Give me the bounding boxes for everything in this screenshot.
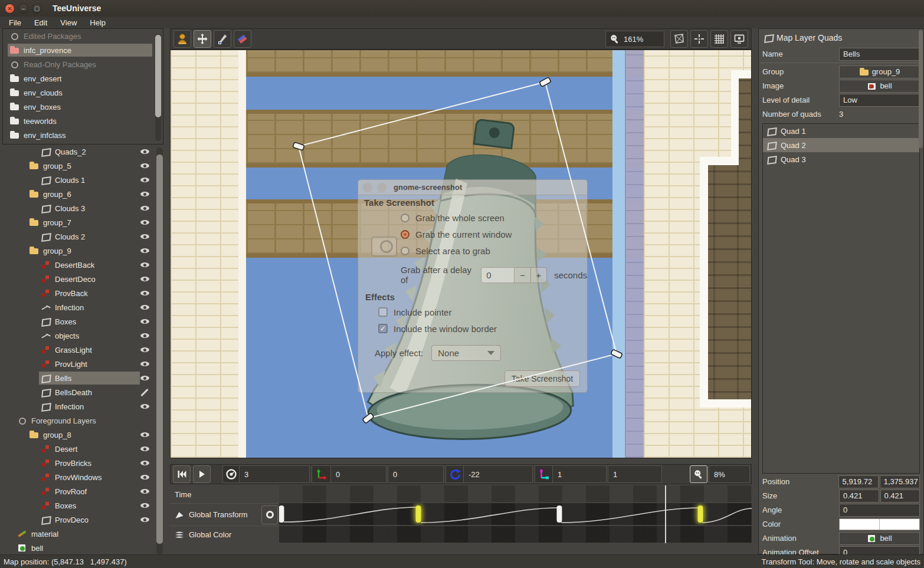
scale-x-field[interactable]: 1 (552, 465, 607, 483)
layer-row[interactable]: DesertBack (0, 258, 168, 272)
zoom-level-field[interactable]: 161% (605, 31, 664, 47)
scale-y-field[interactable]: 1 (608, 465, 662, 483)
package-item[interactable]: Read-Only Packages (3, 57, 163, 71)
visibility-eye-icon[interactable] (140, 501, 150, 510)
rotation-field[interactable]: -22 (463, 465, 533, 483)
layer-row[interactable]: ProvBack (0, 286, 168, 300)
timeline-zoom-field[interactable]: 8% (709, 465, 750, 483)
maximize-button[interactable]: ▢ (32, 4, 42, 14)
layer-row[interactable]: objects (0, 329, 168, 343)
keyframe[interactable] (416, 505, 421, 523)
radio-icon[interactable] (401, 214, 409, 222)
visibility-eye-icon[interactable] (140, 288, 150, 298)
visibility-eye-icon[interactable] (140, 458, 150, 468)
layer-row[interactable]: Desert (0, 442, 168, 456)
layer-row[interactable]: ProvDeco (0, 513, 168, 527)
keyframe[interactable] (698, 505, 703, 523)
visibility-eye-icon[interactable] (140, 388, 150, 397)
timeline-playhead[interactable] (665, 485, 666, 543)
layer-row[interactable]: Clouds 3 (0, 201, 168, 215)
visibility-eye-icon[interactable] (140, 303, 150, 312)
visibility-eye-icon[interactable] (140, 402, 150, 411)
dialog-radio-option[interactable]: Select area to grab (401, 242, 512, 259)
quad-color-swatch[interactable] (839, 518, 920, 530)
radio-icon[interactable] (401, 230, 409, 239)
visibility-eye-icon[interactable] (140, 430, 150, 439)
map-canvas[interactable]: gnome-screenshot Take Screenshot Grab th… (170, 50, 752, 458)
visibility-eye-icon[interactable] (140, 246, 150, 255)
transform-track-button[interactable] (261, 505, 278, 524)
layer-row[interactable]: ProvRoof (0, 484, 168, 498)
grid-button[interactable] (710, 30, 728, 48)
visibility-eye-icon[interactable] (140, 345, 150, 354)
quad-list-item[interactable]: Quad 3 (763, 152, 919, 166)
layer-row[interactable]: Infection (0, 300, 168, 314)
visibility-eye-icon[interactable] (140, 189, 150, 199)
eraser-tool-button[interactable] (234, 30, 251, 48)
transform-tool-button[interactable] (194, 30, 211, 48)
package-item[interactable]: env_desert (3, 71, 163, 86)
position-y-field[interactable]: 0 (388, 465, 444, 483)
visibility-eye-icon[interactable] (140, 444, 150, 454)
dialog-checkbox-option[interactable]: ✓ Include the window border (378, 320, 497, 337)
layer-row[interactable]: ProvLight (0, 357, 168, 371)
quad-size-x-field[interactable]: 0.421 (839, 490, 879, 503)
quad-position-y-field[interactable]: 1,375.937 (880, 475, 920, 488)
package-item[interactable]: teeworlds (3, 114, 163, 128)
layer-row[interactable]: Bells (0, 371, 168, 385)
layer-row[interactable]: GrassLight (0, 343, 168, 357)
inspector-scrollbar[interactable] (919, 30, 923, 148)
menu-item[interactable]: View (55, 18, 82, 27)
display-settings-button[interactable] (730, 30, 748, 48)
dialog-checkbox-option[interactable]: Include pointer (378, 304, 497, 320)
layer-row[interactable]: group_8 (0, 428, 168, 442)
layer-row[interactable]: group_7 (0, 215, 168, 229)
visibility-eye-icon[interactable] (140, 232, 150, 241)
visibility-eye-icon[interactable] (140, 487, 150, 496)
quad-size-y-field[interactable]: 0.421 (880, 490, 920, 503)
packages-scrollbar[interactable] (155, 34, 161, 141)
visibility-eye-icon[interactable] (140, 515, 150, 524)
menu-item[interactable]: Edit (29, 18, 53, 27)
layer-row[interactable]: group_5 (0, 159, 168, 173)
checkbox-icon[interactable]: ✓ (378, 324, 388, 333)
visibility-eye-icon[interactable] (140, 274, 150, 284)
layer-row[interactable]: Clouds 2 (0, 229, 168, 244)
layer-name-input[interactable]: Bells (839, 48, 920, 61)
stamp-tool-button[interactable] (173, 30, 191, 48)
dialog-titlebar[interactable]: gnome-screenshot (358, 180, 587, 195)
layer-row[interactable]: Quads_2 (0, 147, 168, 159)
delay-plus-button[interactable]: + (531, 267, 547, 283)
visibility-eye-icon[interactable] (140, 260, 150, 270)
timeline-zoom-button[interactable] (690, 465, 707, 483)
transform-keyframe-track[interactable] (279, 503, 752, 525)
image-button[interactable]: bell (839, 80, 920, 93)
package-item[interactable]: env_boxes (3, 100, 163, 114)
effect-dropdown[interactable]: None (431, 345, 501, 361)
dialog-minimize-icon[interactable] (377, 183, 386, 192)
layer-row[interactable]: material (0, 527, 168, 541)
visibility-eye-icon[interactable] (140, 373, 150, 383)
visibility-eye-icon[interactable] (140, 472, 150, 482)
visibility-eye-icon[interactable] (140, 359, 150, 369)
layer-row[interactable]: Infection (0, 399, 168, 413)
package-item[interactable]: infc_provence (3, 43, 163, 57)
layer-row[interactable]: Boxes (0, 498, 168, 513)
layer-row[interactable]: BellsDeath (0, 385, 168, 399)
layer-row[interactable]: Clouds 1 (0, 173, 168, 187)
close-button[interactable]: ✕ (5, 4, 15, 14)
go-to-start-button[interactable] (173, 465, 191, 483)
layer-row[interactable]: group_9 (0, 244, 168, 258)
keyframe[interactable] (279, 505, 284, 523)
layer-row[interactable]: ProvWindows (0, 470, 168, 484)
crosshair-button[interactable] (690, 30, 708, 48)
visibility-eye-icon[interactable] (140, 147, 150, 156)
visibility-eye-icon[interactable] (140, 218, 150, 227)
visibility-eye-icon[interactable] (140, 317, 150, 326)
layer-row[interactable]: bell (0, 541, 168, 554)
package-item[interactable]: env_infclass (3, 128, 163, 142)
timeline-tracks[interactable] (279, 485, 752, 543)
visibility-eye-icon[interactable] (140, 203, 150, 213)
package-item[interactable]: Edited Packages (3, 29, 163, 43)
position-x-field[interactable]: 0 (330, 465, 386, 483)
